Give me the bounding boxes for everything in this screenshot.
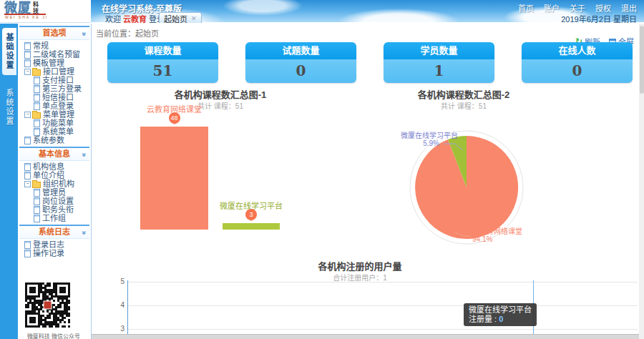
- chevron-down-icon: »: [79, 231, 91, 235]
- breadcrumb: 当前位置：起始页: [96, 27, 159, 39]
- file-icon: [34, 77, 40, 84]
- scrollbar-thumb[interactable]: [640, 26, 644, 94]
- tree-item-label: 操作记录: [33, 249, 64, 257]
- tree-item[interactable]: 二级域名预留: [18, 50, 91, 59]
- main-content: 当前位置：起始页 ↻ 刷新 全屏 课程数量51试题数量0学员数量1在线人数0 各…: [92, 24, 644, 339]
- file-icon: [34, 189, 40, 197]
- tree-item-label: 组织机构: [43, 180, 74, 188]
- file-icon: [34, 215, 40, 222]
- stat-card-value: 0: [245, 59, 356, 83]
- qr-caption: 微厦科技 微信公众号: [18, 332, 89, 339]
- left-rail: 基础设置 系统设置: [0, 24, 18, 339]
- tree-item[interactable]: −组织机构: [18, 180, 91, 188]
- welcome-prefix: 欢迎: [105, 15, 121, 24]
- tree-item[interactable]: 第三方登录: [18, 84, 91, 93]
- tree-item[interactable]: 管理员: [18, 188, 91, 197]
- tree-item-label: 支付接口: [42, 76, 74, 84]
- logo-subtext: WEI SHA KE JI: [5, 15, 48, 19]
- y-tick-label: 4: [112, 301, 125, 309]
- file-icon: [34, 119, 40, 127]
- file-icon: [34, 197, 40, 205]
- tree-item[interactable]: 岗位设置: [18, 197, 91, 205]
- folder-icon: [32, 69, 41, 76]
- stat-card: 课程数量51: [107, 42, 218, 83]
- stat-card-label: 在线人数: [522, 42, 633, 59]
- tree-item[interactable]: 登录日志: [18, 240, 91, 249]
- file-icon: [24, 51, 31, 59]
- rail-tab-basic-settings[interactable]: 基础设置: [2, 28, 16, 75]
- tree-item[interactable]: 职务头衔: [18, 205, 91, 214]
- tree-item[interactable]: 单点登录: [18, 102, 91, 110]
- tooltip-series: 微厦在线学习平台: [469, 305, 532, 315]
- menu-item-首页[interactable]: 首页: [518, 2, 534, 14]
- tree-item-label: 二级域名预留: [33, 50, 80, 59]
- tooltip-label: 注册量 :: [469, 315, 497, 323]
- tree-item[interactable]: 操作记录: [18, 249, 91, 257]
- y-tick-label: 3: [112, 325, 125, 333]
- tree-item[interactable]: 支付接口: [18, 76, 91, 84]
- stat-card-value: 0: [522, 59, 633, 83]
- collapse-icon[interactable]: −: [24, 112, 31, 118]
- tab-start-page[interactable]: 起始页 ✕: [159, 12, 202, 23]
- app-window: 微厦 科 技 WEI SHA KE JI 在线学习系统-至尊版 首页账户关于授权…: [0, 0, 644, 339]
- logo-text: 微厦: [4, 1, 31, 15]
- tree-item-label: 接口管理: [43, 67, 74, 76]
- tree-item[interactable]: 工作组: [18, 214, 91, 222]
- menu-item-退出[interactable]: 退出: [621, 2, 637, 14]
- menu-item-关于[interactable]: 关于: [570, 2, 585, 14]
- rail-tab-system-settings[interactable]: 系统设置: [2, 84, 16, 131]
- gridline: [128, 329, 638, 330]
- pie-label-big-slice: 云教育网络课堂94.1%: [472, 227, 558, 243]
- tree-item[interactable]: 机构信息: [18, 162, 91, 171]
- tree-item[interactable]: 系统参数: [18, 136, 91, 144]
- folder-icon: [32, 112, 41, 119]
- tree-item-label: 菜单管理: [43, 110, 74, 119]
- file-icon: [24, 137, 31, 144]
- tree-item[interactable]: 模板管理: [18, 59, 91, 67]
- tree-item[interactable]: 系统菜单: [18, 127, 91, 136]
- tree-item[interactable]: 常规: [18, 41, 91, 50]
- line-chart-title: 各机构注册的用户量: [235, 259, 485, 272]
- stat-card: 学员数量1: [384, 42, 494, 83]
- collapse-icon[interactable]: −: [24, 181, 31, 187]
- qr-code: [25, 282, 72, 330]
- tree-section-header[interactable]: 系统日志»: [19, 225, 89, 239]
- file-icon: [34, 102, 40, 110]
- tree-item-label: 工作组: [42, 214, 66, 222]
- tree-item[interactable]: −菜单管理: [18, 110, 91, 119]
- tree-item-label: 短信接口: [42, 93, 74, 102]
- tree-item-label: 模板管理: [33, 59, 64, 67]
- chevron-down-icon: »: [79, 32, 91, 36]
- tooltip-value: 0: [499, 315, 503, 323]
- stat-card-label: 试题数量: [245, 42, 356, 59]
- tree-item-label: 功能菜单: [42, 119, 74, 127]
- bar-category-label: 微厦在线学习平台: [194, 200, 308, 211]
- bar-云教育网络课堂: [140, 127, 208, 230]
- tree-section-header[interactable]: 基本信息»: [19, 147, 89, 161]
- tree-item[interactable]: 功能菜单: [18, 119, 91, 127]
- bar-chart-title: 各机构课程数汇总图-1: [113, 87, 328, 101]
- tree-item-label: 系统参数: [33, 136, 64, 144]
- menu-item-授权[interactable]: 授权: [595, 2, 611, 14]
- tree-item[interactable]: 短信接口: [18, 93, 91, 102]
- y-tick-label: 5: [112, 277, 125, 285]
- header: 微厦 科 技 WEI SHA KE JI 在线学习系统-至尊版 首页账户关于授权…: [0, 0, 644, 25]
- file-icon: [34, 85, 40, 93]
- menu-item-账户[interactable]: 账户: [544, 2, 560, 14]
- bar-category-label: 云教育网络课堂: [117, 103, 232, 114]
- file-icon: [24, 59, 31, 67]
- file-icon: [34, 206, 40, 214]
- tree-item[interactable]: 单位介绍: [18, 171, 91, 180]
- logo-col1: 科: [33, 1, 39, 8]
- file-icon: [24, 250, 31, 257]
- folder-icon: [32, 182, 41, 188]
- collapse-icon[interactable]: −: [24, 69, 31, 75]
- logo: 微厦 科 技 WEI SHA KE JI: [0, 0, 91, 23]
- tree-section-header[interactable]: 首选项»: [19, 26, 89, 40]
- tree-item-label: 单位介绍: [33, 171, 64, 180]
- close-icon[interactable]: ✕: [191, 15, 197, 22]
- chart-tooltip: 微厦在线学习平台 注册量 : 0: [464, 303, 537, 326]
- file-icon: [24, 163, 31, 171]
- pie-chart-title: 各机构课程数汇总图-2: [356, 87, 571, 101]
- tree-item[interactable]: −接口管理: [18, 67, 91, 76]
